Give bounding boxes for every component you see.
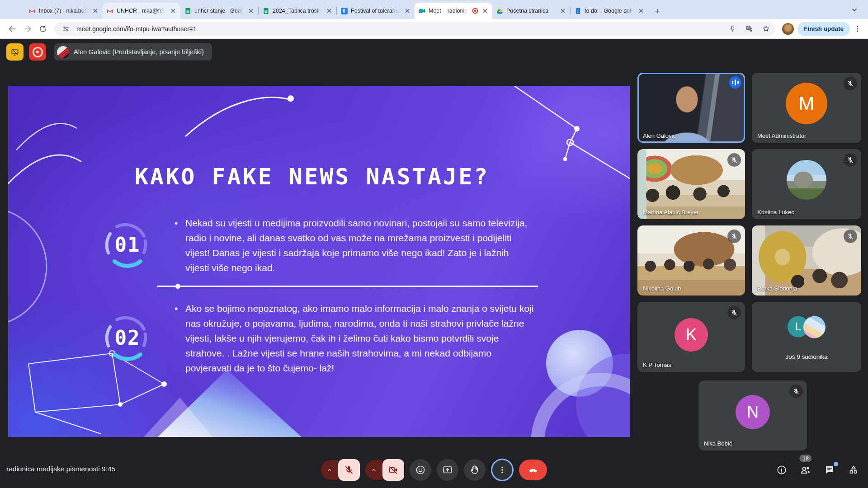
recording-status-button[interactable] [29, 43, 46, 61]
tab-calendar[interactable]: 6 Festival of tolerance – ka [337, 3, 415, 19]
participant-name: Nikolina Golub [643, 285, 681, 292]
mic-options-button[interactable] [321, 460, 338, 480]
meeting-info: radionica medijske pismenosti 9:45 [6, 465, 115, 473]
tab-label: Festival of tolerance – ka [351, 8, 401, 14]
tab-docs[interactable]: to do: - Google dokumen [571, 3, 648, 19]
reload-button[interactable] [36, 22, 50, 36]
mic-toggle-button[interactable] [338, 459, 360, 481]
leave-call-button[interactable] [519, 460, 547, 480]
arrow-left-icon [8, 24, 17, 33]
participant-tile-nika-bobic[interactable]: N Nika Bobić [698, 380, 807, 450]
more-options-button[interactable] [491, 459, 514, 481]
info-button[interactable] [775, 464, 788, 476]
close-icon[interactable] [170, 7, 177, 14]
chat-notification-dot [834, 462, 838, 466]
participant-name: Alen Galovic [643, 132, 676, 139]
meeting-panels-bar: 18 [775, 458, 860, 482]
tab-drive[interactable]: Početna stranica – Goog [492, 3, 570, 19]
slide-point-1: Nekad su vijesti u medijima proizvodili … [175, 216, 534, 276]
overflow-count-label: Još 9 sudionika [752, 353, 861, 360]
gmail-icon [28, 7, 36, 14]
close-icon[interactable] [92, 7, 99, 14]
chat-icon [824, 465, 835, 475]
voice-search-button[interactable] [726, 23, 739, 35]
close-icon[interactable] [481, 7, 489, 14]
sheets-icon [262, 7, 269, 14]
new-tab-button[interactable]: + [651, 5, 664, 17]
mic-control [321, 459, 360, 481]
activities-button[interactable] [847, 464, 860, 476]
tab-gmail-unhcr[interactable]: UNHCR - nika@festivalof [103, 3, 180, 19]
site-controls-button[interactable] [60, 23, 72, 35]
camera-options-button[interactable] [365, 460, 382, 480]
tab-label: unhcr stanje - Google tab [194, 8, 244, 14]
mic-muted-icon [844, 153, 857, 167]
mic-muted-icon [789, 385, 803, 398]
avatar-photo [787, 160, 826, 200]
screen-share-status-button[interactable] [6, 43, 24, 61]
profile-avatar[interactable] [782, 23, 794, 35]
hand-icon [469, 465, 480, 475]
raise-hand-button[interactable] [464, 459, 486, 481]
mic-off-icon [344, 465, 354, 475]
reactions-button[interactable] [410, 459, 431, 481]
participant-tile-overflow[interactable]: L Još 9 sudionika [752, 302, 861, 372]
present-screen-icon [442, 465, 453, 475]
close-icon[interactable] [326, 7, 333, 14]
camera-toggle-button[interactable] [382, 459, 404, 481]
browser-toolbar: meet.google.com/ifo-mtpu-iwa?authuser=1 … [0, 19, 868, 39]
close-icon[interactable] [559, 7, 566, 14]
browser-menu-button[interactable] [852, 23, 863, 35]
mic-muted-icon [844, 77, 857, 90]
participant-tile-borka-sladonja[interactable]: Borka Sladonja [752, 225, 861, 296]
plus-icon: + [655, 7, 660, 15]
mic-muted-icon [727, 230, 741, 243]
activities-icon [848, 465, 859, 475]
translate-button[interactable] [743, 23, 755, 35]
participant-name: Kristina Lukec [757, 209, 794, 216]
tab-list-chevron-button[interactable] [849, 5, 860, 15]
call-end-icon [527, 464, 539, 476]
presenter-banner-text: Alen Galovic (Predstavljanje, pisanje bi… [74, 48, 204, 56]
tab-meet-active[interactable]: Meet – radionica med [415, 3, 492, 19]
tab-sheets-troskovi[interactable]: 2024_Tablica troškova 18 [259, 3, 336, 19]
calendar-icon: 6 [340, 7, 348, 14]
drive-icon [496, 7, 503, 14]
close-icon[interactable] [637, 7, 645, 14]
recording-indicator-icon [472, 8, 478, 14]
participant-tile-nikolina-golub[interactable]: Nikolina Golub [637, 225, 745, 296]
forward-button[interactable] [21, 22, 34, 36]
tab-label: 2024_Tablica troškova 18 [273, 8, 322, 14]
participant-name: K P Tomas [643, 361, 671, 368]
close-icon[interactable] [247, 7, 255, 14]
url-bar[interactable]: meet.google.com/ifo-mtpu-iwa?authuser=1 [54, 22, 775, 36]
audio-indicator-icon [729, 76, 741, 89]
chevron-up-icon [326, 467, 333, 473]
overflow-avatars: L [788, 316, 826, 338]
recording-ring-icon [33, 47, 43, 57]
tab-gmail-inbox[interactable]: Inbox (7) - nika.bobic@g [25, 3, 103, 19]
participant-tile-kristina-lukec[interactable]: Kristina Lukec [752, 149, 861, 219]
back-button[interactable] [5, 22, 19, 36]
presentation-slide[interactable]: KAKO FAKE NEWS NASTAJE? 01 Nekad su vije… [8, 86, 630, 437]
kebab-icon [854, 25, 861, 33]
tab-sheets-unhcr[interactable]: unhcr stanje - Google tab [180, 3, 258, 19]
chat-button[interactable] [823, 464, 836, 476]
participant-tile-k-p-tomas[interactable]: K K P Tomas [637, 302, 745, 372]
participant-tile-meet-administrator[interactable]: M Meet Administrator [752, 73, 861, 143]
mic-muted-icon [727, 153, 741, 167]
present-button[interactable] [437, 459, 458, 481]
tab-label: to do: - Google dokumen [585, 8, 634, 14]
people-button[interactable]: 18 [799, 464, 812, 476]
participant-name: Borka Sladonja [757, 285, 797, 292]
avatar: M [786, 83, 827, 124]
bookmark-star-button[interactable] [760, 23, 772, 35]
participant-tile-alen-galovic[interactable]: Alen Galovic [637, 73, 745, 143]
participant-tile-martina-alapic-breyer[interactable]: Martina Alapić Breyer [637, 149, 745, 219]
close-icon[interactable] [404, 7, 411, 14]
avatar: K [675, 318, 708, 352]
share-off-icon [10, 47, 19, 56]
participant-count-badge: 18 [799, 455, 811, 462]
finish-update-button[interactable]: Finish update [797, 22, 850, 36]
tune-icon [62, 25, 70, 33]
